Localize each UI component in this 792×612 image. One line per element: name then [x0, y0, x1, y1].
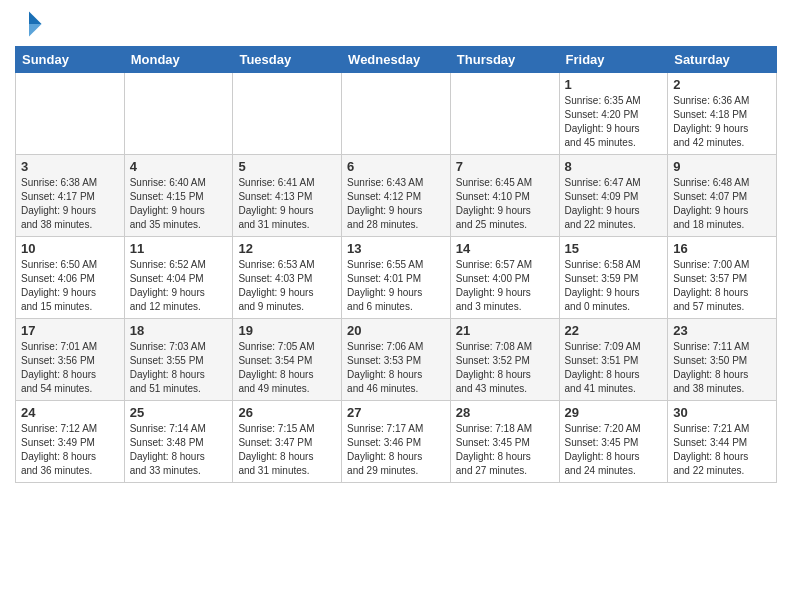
day-info: Sunrise: 6:43 AM Sunset: 4:12 PM Dayligh… — [347, 176, 445, 232]
calendar-cell: 12Sunrise: 6:53 AM Sunset: 4:03 PM Dayli… — [233, 237, 342, 319]
day-info: Sunrise: 6:58 AM Sunset: 3:59 PM Dayligh… — [565, 258, 663, 314]
day-number: 3 — [21, 159, 119, 174]
day-info: Sunrise: 7:01 AM Sunset: 3:56 PM Dayligh… — [21, 340, 119, 396]
day-info: Sunrise: 7:20 AM Sunset: 3:45 PM Dayligh… — [565, 422, 663, 478]
day-info: Sunrise: 6:35 AM Sunset: 4:20 PM Dayligh… — [565, 94, 663, 150]
calendar-cell — [233, 73, 342, 155]
day-number: 10 — [21, 241, 119, 256]
calendar-cell: 19Sunrise: 7:05 AM Sunset: 3:54 PM Dayli… — [233, 319, 342, 401]
calendar-cell: 18Sunrise: 7:03 AM Sunset: 3:55 PM Dayli… — [124, 319, 233, 401]
day-number: 9 — [673, 159, 771, 174]
calendar-cell: 5Sunrise: 6:41 AM Sunset: 4:13 PM Daylig… — [233, 155, 342, 237]
day-info: Sunrise: 7:06 AM Sunset: 3:53 PM Dayligh… — [347, 340, 445, 396]
calendar-cell: 8Sunrise: 6:47 AM Sunset: 4:09 PM Daylig… — [559, 155, 668, 237]
calendar-cell: 2Sunrise: 6:36 AM Sunset: 4:18 PM Daylig… — [668, 73, 777, 155]
calendar-cell: 22Sunrise: 7:09 AM Sunset: 3:51 PM Dayli… — [559, 319, 668, 401]
day-info: Sunrise: 6:52 AM Sunset: 4:04 PM Dayligh… — [130, 258, 228, 314]
day-number: 16 — [673, 241, 771, 256]
day-number: 14 — [456, 241, 554, 256]
calendar-cell: 24Sunrise: 7:12 AM Sunset: 3:49 PM Dayli… — [16, 401, 125, 483]
day-number: 27 — [347, 405, 445, 420]
svg-marker-1 — [29, 24, 42, 37]
day-number: 30 — [673, 405, 771, 420]
day-number: 2 — [673, 77, 771, 92]
calendar-cell: 14Sunrise: 6:57 AM Sunset: 4:00 PM Dayli… — [450, 237, 559, 319]
day-number: 18 — [130, 323, 228, 338]
day-number: 29 — [565, 405, 663, 420]
day-number: 17 — [21, 323, 119, 338]
day-info: Sunrise: 7:15 AM Sunset: 3:47 PM Dayligh… — [238, 422, 336, 478]
svg-marker-0 — [29, 11, 42, 24]
day-info: Sunrise: 7:12 AM Sunset: 3:49 PM Dayligh… — [21, 422, 119, 478]
col-header-tuesday: Tuesday — [233, 47, 342, 73]
calendar-cell: 11Sunrise: 6:52 AM Sunset: 4:04 PM Dayli… — [124, 237, 233, 319]
day-info: Sunrise: 6:50 AM Sunset: 4:06 PM Dayligh… — [21, 258, 119, 314]
calendar-cell: 16Sunrise: 7:00 AM Sunset: 3:57 PM Dayli… — [668, 237, 777, 319]
day-info: Sunrise: 6:41 AM Sunset: 4:13 PM Dayligh… — [238, 176, 336, 232]
day-number: 25 — [130, 405, 228, 420]
day-number: 11 — [130, 241, 228, 256]
calendar-header-row: SundayMondayTuesdayWednesdayThursdayFrid… — [16, 47, 777, 73]
calendar-week-2: 3Sunrise: 6:38 AM Sunset: 4:17 PM Daylig… — [16, 155, 777, 237]
day-info: Sunrise: 7:09 AM Sunset: 3:51 PM Dayligh… — [565, 340, 663, 396]
calendar-cell: 17Sunrise: 7:01 AM Sunset: 3:56 PM Dayli… — [16, 319, 125, 401]
header — [15, 10, 777, 38]
day-info: Sunrise: 6:45 AM Sunset: 4:10 PM Dayligh… — [456, 176, 554, 232]
calendar-week-4: 17Sunrise: 7:01 AM Sunset: 3:56 PM Dayli… — [16, 319, 777, 401]
calendar-cell: 21Sunrise: 7:08 AM Sunset: 3:52 PM Dayli… — [450, 319, 559, 401]
day-info: Sunrise: 6:57 AM Sunset: 4:00 PM Dayligh… — [456, 258, 554, 314]
calendar-table: SundayMondayTuesdayWednesdayThursdayFrid… — [15, 46, 777, 483]
calendar-cell: 25Sunrise: 7:14 AM Sunset: 3:48 PM Dayli… — [124, 401, 233, 483]
day-number: 24 — [21, 405, 119, 420]
day-info: Sunrise: 7:14 AM Sunset: 3:48 PM Dayligh… — [130, 422, 228, 478]
calendar-cell — [342, 73, 451, 155]
calendar-cell — [16, 73, 125, 155]
day-info: Sunrise: 7:17 AM Sunset: 3:46 PM Dayligh… — [347, 422, 445, 478]
day-info: Sunrise: 7:05 AM Sunset: 3:54 PM Dayligh… — [238, 340, 336, 396]
day-info: Sunrise: 7:21 AM Sunset: 3:44 PM Dayligh… — [673, 422, 771, 478]
day-number: 8 — [565, 159, 663, 174]
day-info: Sunrise: 6:40 AM Sunset: 4:15 PM Dayligh… — [130, 176, 228, 232]
col-header-sunday: Sunday — [16, 47, 125, 73]
day-number: 23 — [673, 323, 771, 338]
day-number: 7 — [456, 159, 554, 174]
day-number: 12 — [238, 241, 336, 256]
day-number: 6 — [347, 159, 445, 174]
calendar-cell: 28Sunrise: 7:18 AM Sunset: 3:45 PM Dayli… — [450, 401, 559, 483]
day-number: 1 — [565, 77, 663, 92]
calendar-cell: 6Sunrise: 6:43 AM Sunset: 4:12 PM Daylig… — [342, 155, 451, 237]
day-number: 28 — [456, 405, 554, 420]
calendar-cell: 15Sunrise: 6:58 AM Sunset: 3:59 PM Dayli… — [559, 237, 668, 319]
day-info: Sunrise: 6:53 AM Sunset: 4:03 PM Dayligh… — [238, 258, 336, 314]
col-header-monday: Monday — [124, 47, 233, 73]
calendar-cell: 4Sunrise: 6:40 AM Sunset: 4:15 PM Daylig… — [124, 155, 233, 237]
calendar-cell: 3Sunrise: 6:38 AM Sunset: 4:17 PM Daylig… — [16, 155, 125, 237]
col-header-thursday: Thursday — [450, 47, 559, 73]
calendar-cell — [124, 73, 233, 155]
day-info: Sunrise: 7:00 AM Sunset: 3:57 PM Dayligh… — [673, 258, 771, 314]
calendar-cell: 20Sunrise: 7:06 AM Sunset: 3:53 PM Dayli… — [342, 319, 451, 401]
day-number: 22 — [565, 323, 663, 338]
day-number: 26 — [238, 405, 336, 420]
calendar-cell: 1Sunrise: 6:35 AM Sunset: 4:20 PM Daylig… — [559, 73, 668, 155]
day-number: 4 — [130, 159, 228, 174]
day-info: Sunrise: 6:47 AM Sunset: 4:09 PM Dayligh… — [565, 176, 663, 232]
calendar-week-3: 10Sunrise: 6:50 AM Sunset: 4:06 PM Dayli… — [16, 237, 777, 319]
calendar-cell: 10Sunrise: 6:50 AM Sunset: 4:06 PM Dayli… — [16, 237, 125, 319]
day-info: Sunrise: 6:38 AM Sunset: 4:17 PM Dayligh… — [21, 176, 119, 232]
calendar-cell — [450, 73, 559, 155]
calendar-cell: 9Sunrise: 6:48 AM Sunset: 4:07 PM Daylig… — [668, 155, 777, 237]
day-info: Sunrise: 7:08 AM Sunset: 3:52 PM Dayligh… — [456, 340, 554, 396]
day-number: 13 — [347, 241, 445, 256]
day-number: 20 — [347, 323, 445, 338]
calendar-cell: 13Sunrise: 6:55 AM Sunset: 4:01 PM Dayli… — [342, 237, 451, 319]
day-info: Sunrise: 6:36 AM Sunset: 4:18 PM Dayligh… — [673, 94, 771, 150]
calendar-cell: 29Sunrise: 7:20 AM Sunset: 3:45 PM Dayli… — [559, 401, 668, 483]
logo-icon — [15, 10, 43, 38]
day-info: Sunrise: 7:11 AM Sunset: 3:50 PM Dayligh… — [673, 340, 771, 396]
day-number: 21 — [456, 323, 554, 338]
col-header-friday: Friday — [559, 47, 668, 73]
day-info: Sunrise: 7:03 AM Sunset: 3:55 PM Dayligh… — [130, 340, 228, 396]
calendar-cell: 7Sunrise: 6:45 AM Sunset: 4:10 PM Daylig… — [450, 155, 559, 237]
col-header-saturday: Saturday — [668, 47, 777, 73]
